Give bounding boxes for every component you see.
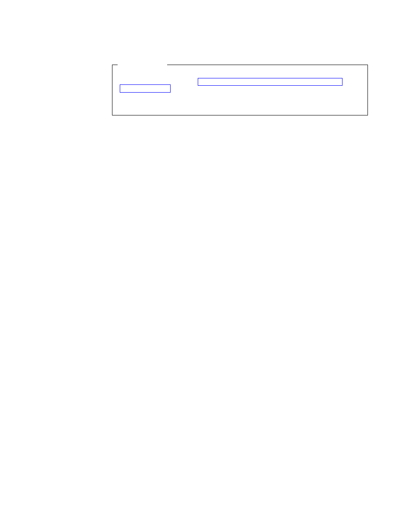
- text-field-1[interactable]: [198, 78, 342, 86]
- form-fieldset: [112, 65, 368, 115]
- text-field-2[interactable]: [120, 84, 171, 93]
- fieldset-legend-gap: [118, 65, 167, 65]
